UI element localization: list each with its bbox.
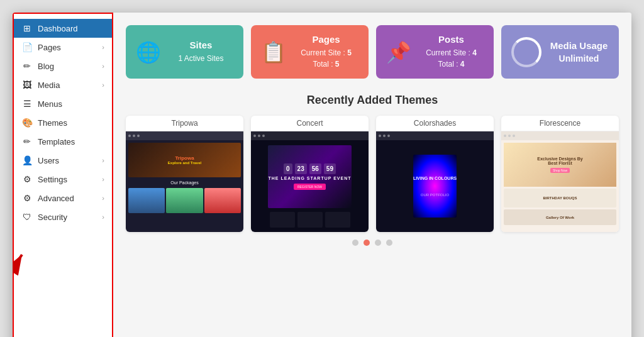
theme-preview-florescence: Exclusive Designs ByBest Florist Shop No… xyxy=(501,131,619,232)
sidebar-label-themes: Themes xyxy=(38,118,67,128)
sidebar-item-themes[interactable]: 🎨 Themes xyxy=(14,113,112,132)
app-window: ⊞ Dashboard 📄 Pages › ✏ Blog › 🖼 Media ›… xyxy=(13,13,631,337)
posts-title: Posts xyxy=(419,34,484,45)
posts-total: Total : 4 xyxy=(419,58,484,70)
chevron-icon: › xyxy=(102,81,104,89)
themes-icon: 🎨 xyxy=(21,118,33,128)
theme-card-tripowa[interactable]: Tripowa Tripowa Explore and Travel Our P… xyxy=(126,116,243,232)
theme-card-colorshades[interactable]: Colorshades LIVING IN COLOURS OUR POTFOL… xyxy=(376,116,494,232)
sites-icon: 🌐 xyxy=(136,40,161,64)
media-circle-icon xyxy=(511,37,541,67)
advanced-icon: ⚙ xyxy=(21,193,33,203)
sites-info: Sites 1 Active Sites xyxy=(169,40,233,64)
security-icon: 🛡 xyxy=(21,212,33,222)
chevron-icon: › xyxy=(102,62,104,70)
dashboard-icon: ⊞ xyxy=(21,23,33,33)
timer-hours: 0 xyxy=(284,163,292,174)
settings-icon: ⚙ xyxy=(21,174,33,184)
theme-card-florescence[interactable]: Florescence Exclusive Designs ByBest Flo… xyxy=(501,116,619,232)
sidebar-item-blog[interactable]: ✏ Blog › xyxy=(14,57,112,75)
media-title: Media Usage xyxy=(549,40,609,51)
pages-total: Total : 5 xyxy=(294,58,358,70)
theme-name-concert: Concert xyxy=(251,116,369,131)
chevron-icon: › xyxy=(102,175,104,183)
pagination-dot-4[interactable] xyxy=(386,240,392,246)
blog-icon: ✏ xyxy=(21,61,33,71)
sidebar-label-users: Users xyxy=(38,156,59,165)
templates-icon: ✏ xyxy=(21,136,33,146)
stat-card-pages: 📋 Pages Current Site : 5 Total : 5 xyxy=(251,25,369,79)
menus-icon: ☰ xyxy=(21,99,33,109)
stat-card-posts: 📌 Posts Current Site : 4 Total : 4 xyxy=(376,25,494,79)
media-icon: 🖼 xyxy=(21,80,33,90)
themes-section-title: Recently Added Themes xyxy=(126,94,619,107)
users-icon: 👤 xyxy=(21,155,33,165)
posts-current: Current Site : 4 xyxy=(419,47,484,58)
media-info: Media Usage Unlimited xyxy=(549,40,609,64)
sidebar-item-pages[interactable]: 📄 Pages › xyxy=(14,38,112,57)
pages-title: Pages xyxy=(294,34,358,45)
sidebar-label-media: Media xyxy=(38,80,60,90)
sidebar-label-blog: Blog xyxy=(38,62,54,71)
themes-section: Recently Added Themes Tripowa Tripowa Ex… xyxy=(126,94,619,246)
sidebar-label-menus: Menus xyxy=(38,99,62,109)
sidebar-label-pages: Pages xyxy=(38,43,61,52)
sidebar-item-security[interactable]: 🛡 Security › xyxy=(14,207,112,226)
chevron-icon: › xyxy=(102,213,104,221)
pages-icon: 📄 xyxy=(21,42,33,52)
sidebar-item-users[interactable]: 👤 Users › xyxy=(14,151,112,170)
theme-name-tripowa: Tripowa xyxy=(126,116,243,131)
chevron-icon: › xyxy=(102,194,104,202)
chevron-icon: › xyxy=(102,43,104,51)
pages-stat-icon: 📋 xyxy=(261,40,286,64)
themes-grid: Tripowa Tripowa Explore and Travel Our P… xyxy=(126,116,619,232)
media-value: Unlimited xyxy=(549,53,609,64)
sites-title: Sites xyxy=(169,40,233,50)
sidebar-label-templates: Templates xyxy=(38,137,75,146)
pages-current: Current Site : 5 xyxy=(294,47,358,58)
pagination-dot-1[interactable] xyxy=(352,240,358,246)
pagination-dot-2[interactable] xyxy=(364,240,370,246)
main-content: 🌐 Sites 1 Active Sites 📋 Pages Current S… xyxy=(113,13,631,337)
arrow-annotation xyxy=(13,233,25,279)
sidebar-label-settings: Settings xyxy=(38,175,67,184)
sidebar-item-settings[interactable]: ⚙ Settings › xyxy=(14,170,112,189)
posts-info: Posts Current Site : 4 Total : 4 xyxy=(419,34,484,70)
concert-timer: 0 23 56 59 xyxy=(284,163,336,174)
sidebar-item-templates[interactable]: ✏ Templates xyxy=(14,132,112,151)
sidebar-label-advanced: Advanced xyxy=(38,194,74,203)
theme-name-florescence: Florescence xyxy=(501,116,619,131)
stat-card-sites: 🌐 Sites 1 Active Sites xyxy=(126,25,243,79)
sidebar-item-dashboard[interactable]: ⊞ Dashboard xyxy=(14,19,112,38)
sidebar-label-dashboard: Dashboard xyxy=(38,24,78,33)
theme-preview-concert: 0 23 56 59 THE LEADING STARTUP EVENT REG… xyxy=(251,131,369,232)
theme-preview-colorshades: LIVING IN COLOURS OUR POTFOLIO xyxy=(376,131,494,232)
theme-name-colorshades: Colorshades xyxy=(376,116,494,131)
theme-card-concert[interactable]: Concert 0 23 56 59 THE LEA xyxy=(251,116,369,232)
stats-row: 🌐 Sites 1 Active Sites 📋 Pages Current S… xyxy=(126,25,619,79)
posts-stat-icon: 📌 xyxy=(386,40,411,64)
sidebar-item-media[interactable]: 🖼 Media › xyxy=(14,75,112,94)
theme-preview-tripowa: Tripowa Explore and Travel Our Packages xyxy=(126,131,243,232)
pagination xyxy=(126,240,619,246)
chevron-icon: › xyxy=(102,157,104,164)
pagination-dot-3[interactable] xyxy=(375,240,381,246)
sidebar-label-security: Security xyxy=(38,213,67,222)
sites-value: 1 Active Sites xyxy=(169,53,233,64)
sidebar-item-menus[interactable]: ☰ Menus xyxy=(14,94,112,113)
pages-info: Pages Current Site : 5 Total : 5 xyxy=(294,34,358,70)
sidebar-item-advanced[interactable]: ⚙ Advanced › xyxy=(14,189,112,207)
stat-card-media: Media Usage Unlimited xyxy=(501,25,619,79)
sidebar: ⊞ Dashboard 📄 Pages › ✏ Blog › 🖼 Media ›… xyxy=(13,13,113,337)
